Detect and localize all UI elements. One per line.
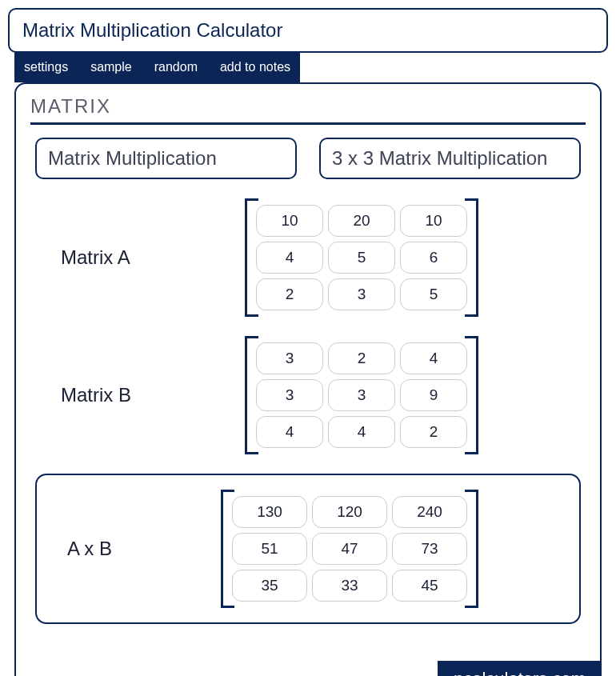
- add-to-notes-button[interactable]: add to notes: [220, 60, 290, 74]
- matrix-b-row: Matrix B 3 2 4 3 3 9 4 4 2: [30, 336, 586, 454]
- result-cell: 51: [232, 533, 307, 565]
- result-cell: 120: [312, 496, 387, 528]
- matrix-b-cell[interactable]: 4: [400, 342, 467, 374]
- matrix-b-cell[interactable]: 4: [256, 416, 323, 448]
- matrix-a-cell[interactable]: 10: [400, 205, 467, 237]
- page-title: Matrix Multiplication Calculator: [22, 19, 594, 42]
- result-label: A x B: [67, 538, 221, 560]
- result-grid: 130 120 240 51 47 73 35 33 45: [221, 490, 478, 608]
- result-cell: 240: [392, 496, 467, 528]
- matrix-b-label: Matrix B: [61, 384, 245, 406]
- tabs: Matrix Multiplication 3 x 3 Matrix Multi…: [35, 138, 581, 179]
- result-panel: A x B 130 120 240 51 47 73 35 33 45: [35, 474, 581, 624]
- result-cell: 45: [392, 570, 467, 602]
- matrix-b-cell[interactable]: 2: [328, 342, 395, 374]
- section-title: MATRIX: [30, 95, 586, 125]
- matrix-a-cell[interactable]: 2: [256, 278, 323, 310]
- tab-3x3-matrix-multiplication[interactable]: 3 x 3 Matrix Multiplication: [319, 138, 581, 179]
- brand-badge: ncalculators.com: [438, 661, 602, 676]
- matrix-b-cell[interactable]: 2: [400, 416, 467, 448]
- matrix-b-cell[interactable]: 9: [400, 379, 467, 411]
- result-cell: 47: [312, 533, 387, 565]
- matrix-a-label: Matrix A: [61, 246, 245, 269]
- main-panel: MATRIX Matrix Multiplication 3 x 3 Matri…: [14, 82, 602, 676]
- tab-matrix-multiplication[interactable]: Matrix Multiplication: [35, 138, 297, 179]
- result-cell: 73: [392, 533, 467, 565]
- sample-button[interactable]: sample: [90, 60, 132, 74]
- matrix-b-cell[interactable]: 3: [256, 379, 323, 411]
- matrix-a-grid: 10 20 10 4 5 6 2 3 5: [245, 198, 478, 317]
- matrix-b-cell[interactable]: 4: [328, 416, 395, 448]
- matrix-b-cell[interactable]: 3: [328, 379, 395, 411]
- matrix-a-cell[interactable]: 6: [400, 242, 467, 274]
- result-cell: 33: [312, 570, 387, 602]
- matrix-a-cell[interactable]: 5: [400, 278, 467, 310]
- title-box: Matrix Multiplication Calculator: [8, 8, 608, 53]
- matrix-a-cell[interactable]: 10: [256, 205, 323, 237]
- matrix-a-cell[interactable]: 4: [256, 242, 323, 274]
- toolbar: settings sample random add to notes: [14, 52, 300, 82]
- settings-button[interactable]: settings: [24, 60, 68, 74]
- matrix-b-cell[interactable]: 3: [256, 342, 323, 374]
- result-cell: 35: [232, 570, 307, 602]
- matrix-a-cell[interactable]: 3: [328, 278, 395, 310]
- result-cell: 130: [232, 496, 307, 528]
- random-button[interactable]: random: [154, 60, 198, 74]
- matrix-a-cell[interactable]: 20: [328, 205, 395, 237]
- matrix-b-grid: 3 2 4 3 3 9 4 4 2: [245, 336, 478, 454]
- matrix-a-row: Matrix A 10 20 10 4 5 6 2 3 5: [30, 198, 586, 317]
- matrix-a-cell[interactable]: 5: [328, 242, 395, 274]
